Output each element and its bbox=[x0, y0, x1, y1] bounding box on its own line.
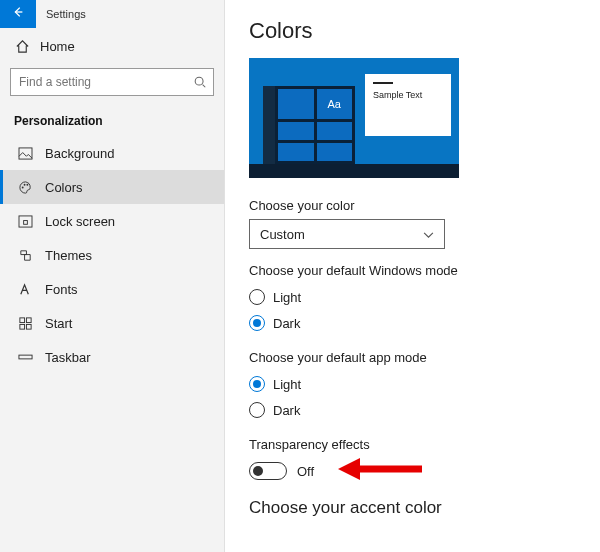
nav-item-lock-screen[interactable]: Lock screen bbox=[0, 204, 224, 238]
color-mode-group: Choose your color Custom bbox=[249, 198, 576, 249]
fonts-icon bbox=[17, 281, 33, 297]
windows-mode-light[interactable]: Light bbox=[249, 284, 576, 310]
toggle-state-label: Off bbox=[297, 464, 314, 479]
nav-label: Themes bbox=[45, 248, 92, 263]
preview-tile bbox=[317, 143, 353, 161]
page-title: Colors bbox=[249, 18, 576, 44]
nav-label: Fonts bbox=[45, 282, 78, 297]
home-label: Home bbox=[40, 39, 75, 54]
app-mode-dark[interactable]: Dark bbox=[249, 397, 576, 423]
app-mode-group: Choose your default app mode Light Dark bbox=[249, 350, 576, 423]
sidebar: Settings Home Personalization Background… bbox=[0, 0, 225, 552]
preview-start-column bbox=[263, 86, 275, 164]
nav-item-background[interactable]: Background bbox=[0, 136, 224, 170]
nav-label: Lock screen bbox=[45, 214, 115, 229]
app-title: Settings bbox=[36, 8, 86, 20]
main-content: Colors Aa Sample Text Choose your color … bbox=[225, 0, 600, 552]
color-mode-label: Choose your color bbox=[249, 198, 576, 213]
svg-rect-1 bbox=[19, 147, 32, 158]
windows-mode-dark[interactable]: Dark bbox=[249, 310, 576, 336]
transparency-toggle-row: Off bbox=[249, 458, 576, 484]
radio-icon bbox=[249, 289, 265, 305]
svg-rect-7 bbox=[19, 317, 24, 322]
home-icon bbox=[14, 38, 30, 54]
section-title: Personalization bbox=[0, 110, 224, 136]
accent-color-heading: Choose your accent color bbox=[249, 498, 576, 518]
preview-tile bbox=[317, 122, 353, 140]
chevron-down-icon bbox=[423, 227, 434, 242]
nav-label: Background bbox=[45, 146, 114, 161]
radio-label: Light bbox=[273, 377, 301, 392]
nav-label: Taskbar bbox=[45, 350, 91, 365]
windows-mode-label: Choose your default Windows mode bbox=[249, 263, 576, 278]
radio-label: Dark bbox=[273, 316, 300, 331]
nav-label: Start bbox=[45, 316, 72, 331]
nav-list: Background Colors Lock screen Themes Fon… bbox=[0, 136, 224, 374]
preview-taskbar bbox=[249, 164, 459, 178]
preview-tile bbox=[278, 89, 314, 119]
search-box bbox=[10, 68, 214, 96]
app-mode-light[interactable]: Light bbox=[249, 371, 576, 397]
preview-tile-aa: Aa bbox=[317, 89, 353, 119]
preview-tiles: Aa bbox=[275, 86, 355, 164]
start-icon bbox=[17, 315, 33, 331]
preview-tile bbox=[278, 122, 314, 140]
back-button[interactable] bbox=[0, 0, 36, 28]
svg-rect-8 bbox=[26, 317, 31, 322]
title-bar: Settings bbox=[0, 0, 224, 28]
radio-label: Dark bbox=[273, 403, 300, 418]
radio-label: Light bbox=[273, 290, 301, 305]
taskbar-icon bbox=[17, 349, 33, 365]
color-preview: Aa Sample Text bbox=[249, 58, 459, 178]
arrow-left-icon bbox=[11, 5, 25, 23]
svg-point-2 bbox=[21, 186, 23, 188]
radio-icon bbox=[249, 402, 265, 418]
sidebar-home[interactable]: Home bbox=[0, 28, 224, 62]
app-mode-label: Choose your default app mode bbox=[249, 350, 576, 365]
svg-rect-9 bbox=[19, 324, 24, 329]
palette-icon bbox=[17, 179, 33, 195]
preview-sample-text: Sample Text bbox=[373, 90, 443, 100]
nav-item-colors[interactable]: Colors bbox=[0, 170, 224, 204]
search-icon bbox=[192, 74, 208, 90]
transparency-group: Transparency effects Off bbox=[249, 437, 576, 484]
svg-rect-6 bbox=[23, 220, 27, 224]
preview-window-bar bbox=[373, 82, 393, 84]
svg-rect-11 bbox=[18, 355, 31, 359]
preview-start-menu: Aa bbox=[263, 86, 355, 164]
nav-item-start[interactable]: Start bbox=[0, 306, 224, 340]
preview-tile bbox=[278, 143, 314, 161]
themes-icon bbox=[17, 247, 33, 263]
dropdown-value: Custom bbox=[260, 227, 305, 242]
nav-label: Colors bbox=[45, 180, 83, 195]
transparency-toggle[interactable] bbox=[249, 462, 287, 480]
svg-rect-5 bbox=[19, 215, 32, 226]
color-mode-dropdown[interactable]: Custom bbox=[249, 219, 445, 249]
transparency-label: Transparency effects bbox=[249, 437, 576, 452]
windows-mode-group: Choose your default Windows mode Light D… bbox=[249, 263, 576, 336]
picture-icon bbox=[17, 145, 33, 161]
nav-item-fonts[interactable]: Fonts bbox=[0, 272, 224, 306]
lock-screen-icon bbox=[17, 213, 33, 229]
annotation-arrow-icon bbox=[338, 458, 422, 484]
radio-icon-selected bbox=[249, 315, 265, 331]
nav-item-themes[interactable]: Themes bbox=[0, 238, 224, 272]
svg-point-0 bbox=[195, 77, 203, 85]
preview-window: Sample Text bbox=[365, 74, 451, 136]
svg-point-3 bbox=[23, 183, 25, 185]
nav-item-taskbar[interactable]: Taskbar bbox=[0, 340, 224, 374]
search-input[interactable] bbox=[10, 68, 214, 96]
toggle-knob bbox=[253, 466, 263, 476]
svg-point-4 bbox=[26, 183, 28, 185]
radio-icon-selected bbox=[249, 376, 265, 392]
svg-rect-10 bbox=[26, 324, 31, 329]
